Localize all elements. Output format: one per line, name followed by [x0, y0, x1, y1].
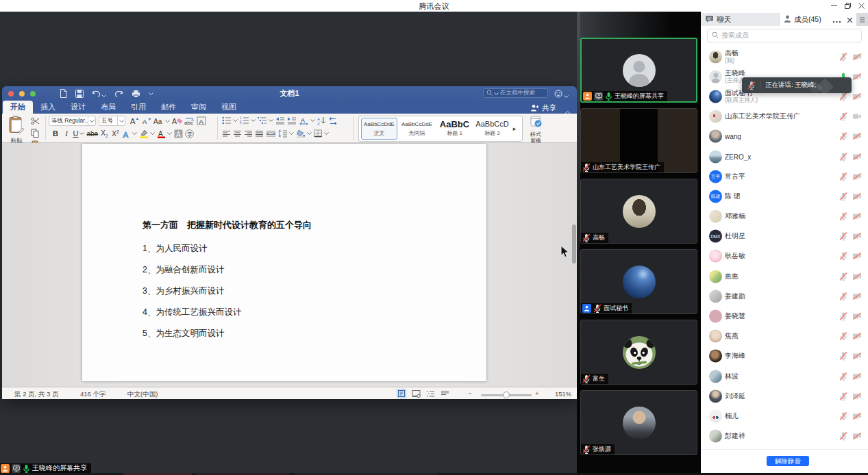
member-row[interactable]: 姜建勋: [701, 286, 868, 306]
member-row[interactable]: 林波: [701, 366, 868, 386]
member-row[interactable]: 耿岳敏: [701, 246, 868, 266]
member-row[interactable]: 李海峰: [701, 346, 868, 366]
mic-muted-icon[interactable]: [839, 272, 847, 281]
camera-off-icon[interactable]: [852, 433, 862, 440]
panel-more-icon[interactable]: [832, 14, 841, 26]
clear-format-icon[interactable]: A: [172, 116, 182, 126]
member-row[interactable]: 焦燕: [701, 326, 868, 346]
sort-icon[interactable]: AZ: [317, 116, 326, 125]
camera-off-icon[interactable]: [852, 333, 862, 340]
member-row[interactable]: 刘泽延: [701, 386, 868, 406]
style-card[interactable]: AaBbC标题 1: [436, 118, 473, 140]
member-row[interactable]: 惠惠: [701, 266, 868, 286]
word-tab-邮件[interactable]: 邮件: [153, 101, 184, 114]
copy-icon[interactable]: [31, 128, 40, 138]
outline-view-icon[interactable]: [425, 389, 435, 398]
member-row[interactable]: 山东工艺美术学院王传广: [701, 107, 868, 127]
camera-off-icon[interactable]: [852, 92, 862, 100]
member-row[interactable]: 姜晓慧: [701, 306, 868, 326]
word-tab-引用[interactable]: 引用: [123, 101, 153, 114]
word-tab-插入[interactable]: 插入: [33, 101, 63, 114]
para-marks-icon[interactable]: [328, 116, 338, 125]
bullets-icon[interactable]: [222, 116, 238, 125]
camera-off-icon[interactable]: [852, 192, 862, 200]
camera-off-icon[interactable]: [852, 73, 862, 80]
draft-view-icon[interactable]: [440, 389, 449, 398]
print-layout-view-icon[interactable]: [397, 389, 406, 398]
vertical-scrollbar[interactable]: [572, 224, 576, 264]
align-justify-icon[interactable]: [255, 129, 264, 138]
word-tab-开始[interactable]: 开始: [3, 101, 33, 114]
zoom-in-icon[interactable]: +: [535, 389, 539, 397]
web-layout-view-icon[interactable]: [411, 389, 421, 398]
mic-muted-icon[interactable]: [839, 92, 847, 101]
mic-muted-icon[interactable]: [839, 152, 847, 161]
mic-muted-icon[interactable]: [839, 312, 847, 321]
char-shading-icon[interactable]: A: [174, 129, 183, 138]
mic-muted-icon[interactable]: [839, 432, 847, 441]
underline-icon[interactable]: U: [73, 129, 85, 138]
member-row[interactable]: 陈珺 陈 珺: [701, 186, 868, 206]
align-right-icon[interactable]: [244, 129, 253, 138]
camera-off-icon[interactable]: [852, 153, 862, 160]
zoom-out-icon[interactable]: −: [468, 389, 472, 397]
member-row[interactable]: 言平 常言平: [701, 166, 868, 186]
document-page[interactable]: 第一方面 把握新时代设计教育的五个导向 1、为人民而设计2、为融合创新而设计3、…: [82, 144, 486, 381]
language-indicator[interactable]: 中文(中国): [127, 390, 158, 399]
camera-off-icon[interactable]: [852, 272, 862, 280]
member-search-input[interactable]: 搜索成员: [707, 29, 862, 42]
styles-more-icon[interactable]: ▸: [511, 125, 518, 132]
member-row[interactable]: 邓雅楠: [701, 207, 868, 227]
style-card[interactable]: AaBbCcD标题 2: [474, 118, 510, 140]
superscript-icon[interactable]: X2: [111, 129, 120, 138]
shrink-font-icon[interactable]: A: [142, 116, 151, 126]
mic-muted-icon[interactable]: [839, 372, 847, 381]
style-card[interactable]: AaBbCcDdE正文: [361, 118, 397, 140]
zoom-level[interactable]: 151%: [555, 390, 571, 398]
grow-font-icon[interactable]: A: [129, 116, 140, 126]
zoom-slider-thumb[interactable]: [503, 391, 510, 398]
align-center-icon[interactable]: [233, 129, 242, 138]
panel-collapse-handle[interactable]: [856, 13, 868, 26]
paste-button[interactable]: 粘贴: [6, 116, 27, 145]
char-border-icon[interactable]: A: [197, 116, 206, 126]
strikethrough-icon[interactable]: abe: [86, 129, 98, 138]
camera-off-icon[interactable]: [852, 372, 862, 380]
video-tile[interactable]: 山东工艺美术学院王传广: [580, 108, 697, 173]
member-row[interactable]: 楠儿: [701, 406, 868, 426]
member-row[interactable]: 彭建祥: [701, 426, 868, 446]
mic-muted-icon[interactable]: [839, 212, 847, 221]
mic-muted-icon[interactable]: [839, 411, 847, 420]
tab-chat[interactable]: 聊天: [701, 13, 780, 26]
video-tile[interactable]: 高畅: [580, 179, 697, 244]
share-button[interactable]: 共享: [530, 103, 556, 113]
camera-off-icon[interactable]: [852, 392, 862, 400]
mic-muted-icon[interactable]: [839, 52, 847, 61]
mic-muted-icon[interactable]: [839, 112, 847, 121]
member-row[interactable]: DMX 杜明星: [701, 227, 868, 246]
multilevel-icon[interactable]: [258, 116, 273, 125]
video-tile[interactable]: 面试秘书: [580, 249, 697, 314]
font-color-icon[interactable]: A: [157, 129, 172, 138]
video-tile[interactable]: 张焕源: [580, 390, 697, 455]
numbering-icon[interactable]: 123: [240, 116, 256, 125]
mic-muted-icon[interactable]: [839, 252, 847, 261]
font-size-select[interactable]: 五号: [99, 116, 125, 126]
panel-close-icon[interactable]: [847, 14, 853, 26]
styles-pane-button[interactable]: 样式窗格: [525, 116, 546, 144]
highlight-icon[interactable]: [139, 129, 155, 138]
mic-muted-icon[interactable]: [839, 172, 847, 181]
camera-on-icon[interactable]: [852, 113, 862, 120]
shading-bucket-icon[interactable]: [296, 129, 312, 138]
bold-icon[interactable]: B: [51, 129, 60, 138]
member-row[interactable]: 高畅 (我): [701, 47, 868, 66]
video-tile[interactable]: 王晓峰的屏幕共享: [580, 38, 697, 103]
text-effects-icon[interactable]: A: [122, 129, 137, 138]
borders-icon[interactable]: [314, 129, 329, 138]
outdent-icon[interactable]: [275, 116, 285, 125]
page-indicator[interactable]: 第 2 页, 共 3 页: [14, 390, 58, 399]
change-case-icon[interactable]: Aa: [153, 116, 170, 126]
camera-off-icon[interactable]: [852, 233, 862, 240]
mic-muted-icon[interactable]: [839, 292, 847, 300]
phonetic-icon[interactable]: abcA: [184, 116, 195, 126]
